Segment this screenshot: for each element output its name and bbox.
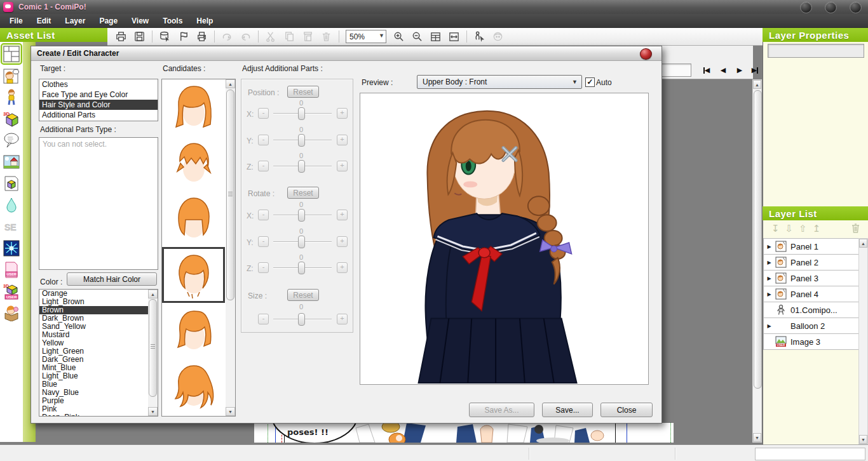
next-page-button[interactable]: ▶ xyxy=(733,64,747,76)
color-item[interactable]: Deep_Pink xyxy=(39,413,148,417)
plus-button[interactable]: + xyxy=(337,108,348,119)
menu-layer[interactable]: Layer xyxy=(58,15,92,27)
menu-tools[interactable]: Tools xyxy=(156,15,189,27)
export-3d-icon[interactable] xyxy=(156,29,173,44)
minus-button[interactable]: - xyxy=(258,161,269,171)
zoom-in-icon[interactable] xyxy=(390,29,407,44)
menu-help[interactable]: Help xyxy=(189,15,220,27)
panel-layout-icon[interactable] xyxy=(2,44,21,63)
plus-button[interactable]: + xyxy=(337,236,348,247)
downloads-icon[interactable] xyxy=(2,304,21,323)
comic-page-strip[interactable]: poses! !! xyxy=(254,423,674,443)
slider-thumb[interactable] xyxy=(298,134,305,147)
close-dialog-button[interactable]: Close xyxy=(600,403,653,417)
color-list-scrollbar[interactable]: ▲ ▼ xyxy=(148,290,158,416)
close-button[interactable] xyxy=(850,1,862,13)
save-page-icon[interactable] xyxy=(112,29,130,44)
slider-thumb[interactable] xyxy=(298,313,305,326)
target-item[interactable]: Clothes xyxy=(39,79,158,90)
layer-row-character[interactable]: 01.Comipo... xyxy=(763,302,859,318)
scroll-down-icon[interactable]: ▼ xyxy=(753,433,761,442)
last-page-button[interactable]: ▶ xyxy=(748,64,762,76)
plus-button[interactable]: + xyxy=(337,262,348,273)
match-hair-color-button[interactable]: Match Hair Color xyxy=(67,272,157,286)
plus-button[interactable]: + xyxy=(337,161,348,171)
auto-checkbox[interactable]: ✓ xyxy=(585,77,595,87)
expand-icon[interactable]: ▶ xyxy=(765,260,773,265)
minus-button[interactable]: - xyxy=(258,262,269,273)
candidate-hair-6[interactable] xyxy=(162,359,225,415)
effect-drop-icon[interactable] xyxy=(2,196,21,215)
scroll-up-icon[interactable]: ▲ xyxy=(753,80,761,89)
candidate-hair-4-selected[interactable] xyxy=(162,247,225,303)
scroll-down-icon[interactable]: ▼ xyxy=(148,407,158,416)
layer-row-image[interactable]: USER Image 3 xyxy=(763,334,859,350)
canvas-vscrollbar[interactable]: ▲ ▼ xyxy=(752,79,762,443)
layer-row-panel3[interactable]: ▶ Panel 3 xyxy=(763,271,859,286)
balloon-icon[interactable] xyxy=(2,131,21,150)
candidate-hair-5[interactable] xyxy=(162,303,225,359)
item-2d-icon[interactable] xyxy=(2,174,21,193)
minus-button[interactable]: - xyxy=(258,210,269,220)
save-as-button[interactable]: Save As... xyxy=(469,403,534,417)
plus-button[interactable]: + xyxy=(337,210,348,220)
user-2d-icon[interactable]: USER xyxy=(2,260,21,279)
scroll-down-icon[interactable]: ▼ xyxy=(226,407,235,416)
preview-view-select[interactable]: Upper Body : Front ▼ xyxy=(417,75,582,89)
rotate-reset-button[interactable]: Reset xyxy=(287,187,319,199)
candidates-scrollbar[interactable]: ▲ ▼ xyxy=(226,79,235,416)
minus-button[interactable]: - xyxy=(258,236,269,247)
target-item[interactable]: Additional Parts xyxy=(39,110,158,120)
maximize-button[interactable] xyxy=(825,1,837,13)
color-scroll-thumb[interactable] xyxy=(149,299,157,397)
candidate-hair-2[interactable] xyxy=(162,135,225,191)
menu-edit[interactable]: Edit xyxy=(30,15,58,27)
dialog-close-button[interactable] xyxy=(640,48,652,60)
menu-file[interactable]: File xyxy=(3,15,30,27)
fit-width-icon[interactable] xyxy=(445,29,463,44)
layer-row-panel4[interactable]: ▶ Panel 4 xyxy=(763,286,859,302)
prev-page-button[interactable]: ◀ xyxy=(716,64,730,76)
slider-thumb[interactable] xyxy=(298,209,305,222)
expand-icon[interactable]: ▶ xyxy=(765,291,773,297)
dialog-title-bar[interactable]: Create / Edit Character xyxy=(31,46,661,61)
background-icon[interactable] xyxy=(2,152,21,171)
plus-button[interactable]: + xyxy=(337,314,348,324)
minimize-button[interactable] xyxy=(800,1,812,13)
effect-burst-icon[interactable] xyxy=(2,239,21,258)
candidate-hair-3[interactable] xyxy=(162,191,225,247)
user-3d-icon[interactable]: 3DUSER xyxy=(2,282,21,301)
color-listbox[interactable]: Orange Light_Brown Brown Dark_Brown Sand… xyxy=(39,289,158,417)
layer-row-panel1[interactable]: ▶ Panel 1 xyxy=(763,238,859,255)
first-page-button[interactable]: ◀ xyxy=(700,64,714,76)
save-button[interactable]: Save... xyxy=(542,403,593,417)
target-listbox[interactable]: Clothes Face Type and Eye Color Hair Sty… xyxy=(39,79,158,121)
pose-tool-icon[interactable] xyxy=(471,29,488,44)
position-reset-button[interactable]: Reset xyxy=(287,86,319,98)
scroll-up-icon[interactable]: ▲ xyxy=(859,239,867,248)
minus-button[interactable]: - xyxy=(258,314,269,324)
scroll-down-icon[interactable]: ▼ xyxy=(859,435,867,444)
zoom-out-icon[interactable] xyxy=(409,29,426,44)
expand-icon[interactable]: ▶ xyxy=(765,323,773,329)
slider-thumb[interactable] xyxy=(298,107,305,120)
candidate-hair-1[interactable] xyxy=(162,79,225,135)
size-reset-button[interactable]: Reset xyxy=(287,289,319,301)
print-icon[interactable] xyxy=(193,29,210,44)
minus-button[interactable]: - xyxy=(258,135,269,145)
slider-thumb[interactable] xyxy=(298,262,305,274)
layer-list-vscrollbar[interactable]: ▲ ▼ xyxy=(858,238,868,444)
expand-icon[interactable]: ▶ xyxy=(765,276,773,281)
scroll-up-icon[interactable]: ▲ xyxy=(226,79,235,88)
item-3d-icon[interactable]: 3D xyxy=(2,109,21,128)
candidates-listbox[interactable]: ▲ ▼ xyxy=(161,79,236,417)
plus-button[interactable]: + xyxy=(337,135,348,145)
select-tool-icon[interactable] xyxy=(175,29,192,44)
canvas-vscroll-thumb[interactable] xyxy=(754,90,762,389)
layer-row-balloon[interactable]: ▶ Balloon 2 xyxy=(763,318,859,334)
character-body-icon[interactable] xyxy=(2,88,21,107)
zoom-level-select[interactable]: 50% ▼ xyxy=(346,30,386,43)
slider-thumb[interactable] xyxy=(298,160,305,173)
menu-view[interactable]: View xyxy=(125,15,156,27)
target-item-selected[interactable]: Hair Style and Color xyxy=(39,100,158,110)
